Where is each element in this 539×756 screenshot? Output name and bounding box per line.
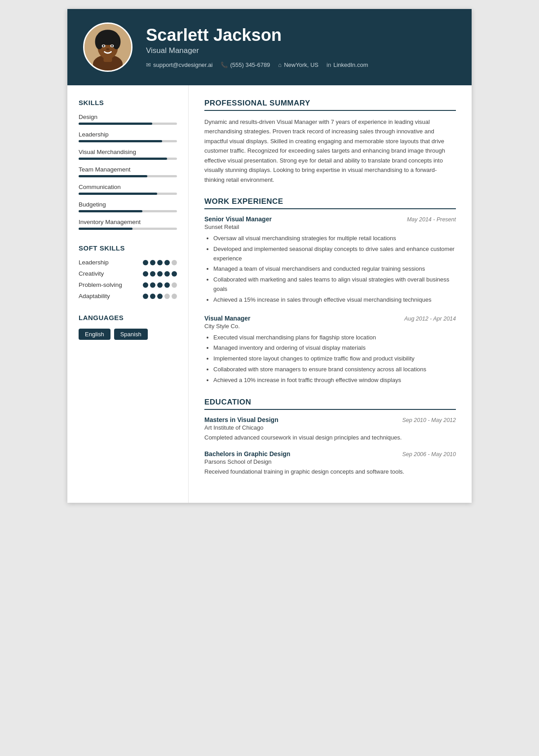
dot-filled [143,294,148,299]
languages-list: EnglishSpanish [79,329,177,340]
dot-filled [150,271,155,277]
bullet: Achieved a 15% increase in sales through… [213,295,456,305]
job-dates: Aug 2012 - Apr 2014 [404,316,456,322]
skill-item: Budgeting [79,201,177,212]
contact-list: ✉ support@cvdesigner.ai 📞 (555) 345-6789… [146,62,456,68]
linkedin-icon: in [327,62,331,68]
main-content: PROFESSIONAL SUMMARY Dynamic and results… [189,85,472,503]
summary-title: PROFESSIONAL SUMMARY [204,99,456,111]
person-title: Visual Manager [146,46,456,55]
dots [143,294,177,299]
soft-skill-item: Problem-solving [79,281,177,288]
bullet: Collaborated with marketing and sales te… [213,275,456,294]
edu-dates: Sep 2006 - May 2010 [402,451,456,457]
skill-name: Design [79,114,177,120]
job-dates: May 2014 - Present [407,216,456,223]
skills-list: Design Leadership Visual Merchandising T… [79,114,177,230]
skill-bar [79,158,177,160]
skill-name: Leadership [79,131,177,138]
dot-filled [157,282,163,288]
skill-item: Communication [79,184,177,195]
job-bullets: Executed visual merchandising plans for … [204,333,456,385]
avatar [83,22,133,72]
soft-skill-name: Creativity [79,270,104,277]
edu-desc: Received foundational training in graphi… [204,467,456,477]
soft-skill-name: Problem-solving [79,281,122,288]
edu-school: Parsons School of Design [204,458,456,465]
job-block: Senior Visual Manager May 2014 - Present… [204,215,456,305]
skill-item: Design [79,114,177,125]
linkedin-text: LinkedIn.com [333,62,368,68]
soft-skills-title: SOFT SKILLS [79,244,177,252]
dot-filled [143,271,148,277]
svg-point-8 [103,45,105,47]
soft-skill-name: Adaptability [79,293,110,299]
skills-section: SKILLS Design Leadership Visual Merchand… [79,99,177,230]
bullet: Achieved a 10% increase in foot traffic … [213,376,456,385]
person-name: Scarlett Jackson [146,26,456,45]
skill-bar [79,228,177,230]
location-text: NewYork, US [284,62,318,68]
skill-name: Team Management [79,166,177,173]
dot-filled [143,282,148,288]
soft-skills-list: LeadershipCreativityProblem-solvingAdapt… [79,259,177,299]
email-icon: ✉ [146,62,151,68]
skill-item: Leadership [79,131,177,142]
skill-name: Communication [79,184,177,190]
dot-empty [164,294,170,299]
dot-filled [150,282,155,288]
email-text: support@cvdesigner.ai [153,62,212,68]
dot-filled [157,294,163,299]
soft-skill-name: Leadership [79,259,109,266]
bullet: Collaborated with store managers to ensu… [213,365,456,374]
jobs-list: Senior Visual Manager May 2014 - Present… [204,215,456,385]
contact-linkedin: in LinkedIn.com [327,62,368,68]
dot-filled [157,271,163,277]
dot-empty [172,282,177,288]
dot-filled [157,260,163,265]
dot-filled [143,260,148,265]
bullet: Executed visual merchandising plans for … [213,333,456,343]
dots [143,282,177,288]
svg-point-6 [112,34,120,49]
soft-skills-section: SOFT SKILLS LeadershipCreativityProblem-… [79,244,177,299]
body: SKILLS Design Leadership Visual Merchand… [67,85,472,503]
soft-skill-item: Adaptability [79,293,177,299]
dots [143,271,177,277]
skill-item: Visual Merchandising [79,149,177,160]
skill-name: Inventory Management [79,219,177,225]
bullet: Implemented store layout changes to opti… [213,354,456,364]
job-header: Senior Visual Manager May 2014 - Present [204,215,456,223]
header-info: Scarlett Jackson Visual Manager ✉ suppor… [146,26,456,69]
edu-dates: Sep 2010 - May 2012 [402,417,456,423]
dot-empty [172,260,177,265]
skill-bar [79,140,177,142]
skill-bar [79,123,177,125]
edu-block: Masters in Visual Design Sep 2010 - May … [204,416,456,443]
skill-name: Budgeting [79,201,177,208]
languages-title: LANGUAGES [79,314,177,321]
education-section: EDUCATION Masters in Visual Design Sep 2… [204,398,456,477]
dot-filled [150,260,155,265]
dots [143,260,177,265]
language-badge: English [79,329,110,340]
resume: Scarlett Jackson Visual Manager ✉ suppor… [67,9,472,503]
job-company: Sunset Retail [204,224,456,230]
contact-location: ⌂ NewYork, US [278,62,318,68]
edu-title: Bachelors in Graphic Design [204,450,290,457]
edu-title: Masters in Visual Design [204,416,278,423]
dot-filled [164,271,170,277]
skill-name: Visual Merchandising [79,149,177,155]
sidebar: SKILLS Design Leadership Visual Merchand… [67,85,189,503]
bullet: Oversaw all visual merchandising strateg… [213,234,456,243]
svg-point-5 [95,34,104,49]
skill-bar [79,210,177,212]
job-block: Visual Manager Aug 2012 - Apr 2014 City … [204,315,456,385]
work-title: WORK EXPERIENCE [204,197,456,209]
edu-school: Art Institute of Chicago [204,424,456,431]
job-header: Visual Manager Aug 2012 - Apr 2014 [204,315,456,322]
contact-email: ✉ support@cvdesigner.ai [146,62,212,68]
edu-block: Bachelors in Graphic Design Sep 2006 - M… [204,450,456,477]
phone-text: (555) 345-6789 [230,62,270,68]
work-section: WORK EXPERIENCE Senior Visual Manager Ma… [204,197,456,385]
